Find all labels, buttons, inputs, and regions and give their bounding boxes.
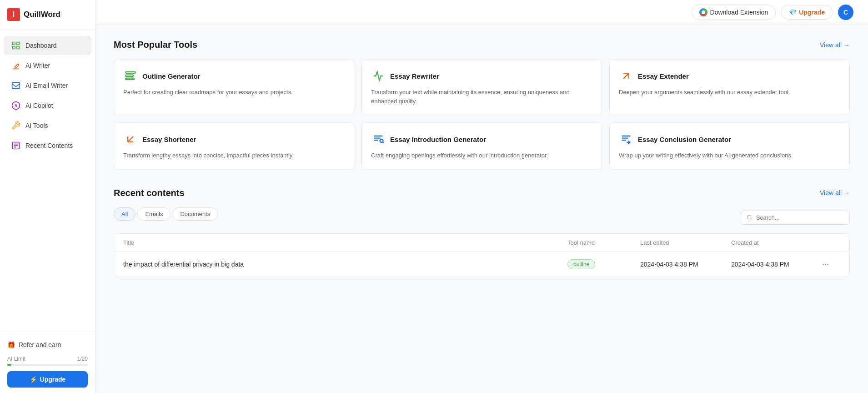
- tool-card-essay-conclusion-generator[interactable]: Essay Conclusion Generator Wrap up your …: [609, 122, 850, 170]
- ai-limit-value: 1/20: [77, 356, 88, 362]
- sidebar-upgrade-button[interactable]: ⚡ Upgrade: [7, 371, 88, 388]
- essay-intro-generator-icon: [371, 132, 386, 146]
- col-title: Title: [123, 239, 567, 246]
- most-popular-tools-view-all[interactable]: View all →: [820, 41, 850, 49]
- download-extension-button[interactable]: Download Extension: [692, 5, 776, 20]
- header-upgrade-button[interactable]: 💎 Upgrade: [781, 5, 833, 20]
- sidebar-item-ai-email-writer-label: AI Email Writer: [25, 82, 68, 89]
- header: Download Extension 💎 Upgrade C: [95, 0, 868, 25]
- sidebar-item-dashboard[interactable]: Dashboard: [4, 36, 91, 55]
- recent-contents-title: Recent contents: [114, 188, 185, 198]
- sidebar-item-ai-tools-label: AI Tools: [25, 122, 48, 129]
- sidebar-item-recent-contents-label: Recent Contents: [25, 142, 73, 149]
- sidebar-item-ai-copilot[interactable]: AI Copilot: [4, 96, 91, 115]
- sidebar-item-ai-email-writer[interactable]: AI Email Writer: [4, 76, 91, 95]
- sidebar-nav: Dashboard AI Writer AI Email Writer AI C…: [0, 30, 95, 332]
- filter-tab-documents[interactable]: Documents: [172, 207, 218, 221]
- recent-contents-table: Title Tool name Last edited Created at t…: [114, 233, 850, 277]
- svg-rect-8: [126, 72, 135, 74]
- row-tool-name: outline: [567, 259, 640, 269]
- search-icon: [747, 214, 753, 221]
- ai-copilot-icon: [11, 101, 21, 111]
- tool-card-essay-shortener[interactable]: Essay Shortener Transform lengthy essays…: [114, 122, 354, 170]
- filter-tabs: All Emails Documents: [114, 207, 218, 221]
- search-input[interactable]: [756, 214, 844, 221]
- page-content: Most Popular Tools View all → Outline Ge…: [95, 25, 868, 292]
- user-initial: C: [843, 9, 848, 16]
- most-popular-tools-header: Most Popular Tools View all →: [114, 40, 850, 50]
- tool-card-essay-conclusion-generator-header: Essay Conclusion Generator: [619, 132, 840, 146]
- tool-card-essay-rewriter-header: Essay Rewriter: [371, 69, 592, 83]
- sidebar: I QuillWord Dashboard AI Writer AI Email…: [0, 0, 95, 393]
- ai-limit-row: AI Limit 1/20: [7, 356, 88, 362]
- svg-point-6: [15, 105, 17, 107]
- main-content: Download Extension 💎 Upgrade C Most Popu…: [95, 0, 868, 393]
- essay-conclusion-generator-title: Essay Conclusion Generator: [638, 136, 731, 143]
- chrome-icon: [699, 8, 707, 16]
- col-actions: [822, 239, 840, 246]
- view-all-label: View all: [820, 41, 842, 49]
- svg-rect-2: [13, 46, 15, 49]
- ai-limit-progress-bar: [7, 364, 88, 366]
- svg-rect-10: [126, 78, 135, 80]
- row-last-edited: 2024-04-03 4:38 PM: [640, 261, 731, 268]
- view-all-arrow-icon: →: [843, 41, 850, 49]
- ai-limit-label: AI Limit: [7, 356, 25, 362]
- tool-card-essay-extender[interactable]: Essay Extender Deepen your arguments sea…: [609, 59, 850, 115]
- essay-extender-icon: [619, 69, 633, 83]
- recent-contents-header: Recent contents View all →: [114, 188, 850, 198]
- sidebar-item-ai-writer-label: AI Writer: [25, 62, 50, 69]
- logo[interactable]: I QuillWord: [0, 0, 95, 30]
- ai-writer-icon: [11, 60, 21, 71]
- svg-point-12: [748, 215, 751, 219]
- sidebar-item-ai-copilot-label: AI Copilot: [25, 102, 53, 109]
- sidebar-bottom: 🎁 Refer and earn AI Limit 1/20 ⚡ Upgrade: [0, 332, 95, 393]
- essay-rewriter-title: Essay Rewriter: [390, 72, 439, 80]
- svg-rect-9: [126, 75, 133, 77]
- sidebar-item-ai-tools[interactable]: AI Tools: [4, 116, 91, 135]
- recent-view-all-arrow-icon: →: [843, 189, 850, 196]
- download-extension-label: Download Extension: [710, 9, 768, 16]
- essay-shortener-icon: [123, 132, 138, 146]
- outline-generator-icon: [123, 69, 138, 83]
- tool-card-essay-extender-header: Essay Extender: [619, 69, 840, 83]
- tools-grid: Outline Generator Perfect for creating c…: [114, 59, 850, 170]
- essay-shortener-desc: Transform lengthy essays into concise, i…: [123, 151, 345, 160]
- essay-intro-generator-desc: Craft engaging openings effortlessly wit…: [371, 151, 592, 160]
- user-avatar[interactable]: C: [838, 5, 853, 20]
- essay-conclusion-generator-desc: Wrap up your writing effectively with ou…: [619, 151, 840, 160]
- tool-card-outline-generator[interactable]: Outline Generator Perfect for creating c…: [114, 59, 354, 115]
- ai-tools-icon: [11, 121, 21, 131]
- tool-card-essay-intro-generator-header: Essay Introduction Generator: [371, 132, 592, 146]
- sidebar-item-recent-contents[interactable]: Recent Contents: [4, 136, 91, 155]
- svg-rect-0: [13, 42, 15, 45]
- svg-rect-3: [17, 46, 20, 49]
- row-more-button[interactable]: ···: [822, 259, 840, 269]
- tool-card-essay-intro-generator[interactable]: Essay Introduction Generator Craft engag…: [361, 122, 602, 170]
- dashboard-icon: [11, 40, 21, 50]
- sidebar-item-dashboard-label: Dashboard: [25, 42, 57, 49]
- gift-icon: 🎁: [7, 341, 15, 348]
- outline-generator-title: Outline Generator: [142, 72, 201, 80]
- filter-tab-all[interactable]: All: [114, 207, 135, 221]
- refer-earn-button[interactable]: 🎁 Refer and earn: [7, 338, 88, 352]
- table-row: the impact of differential privacy in bi…: [114, 252, 849, 277]
- row-title: the impact of differential privacy in bi…: [123, 261, 567, 268]
- tool-card-outline-generator-header: Outline Generator: [123, 69, 345, 83]
- tool-card-essay-rewriter[interactable]: Essay Rewriter Transform your text while…: [361, 59, 602, 115]
- search-box: [741, 211, 850, 225]
- essay-intro-generator-title: Essay Introduction Generator: [390, 136, 486, 143]
- svg-rect-4: [12, 82, 20, 88]
- col-last-edited: Last edited: [640, 239, 731, 246]
- sidebar-item-ai-writer[interactable]: AI Writer: [4, 56, 91, 75]
- ai-email-writer-icon: [11, 81, 21, 91]
- row-created-at: 2024-04-03 4:38 PM: [731, 261, 822, 268]
- recent-contents-view-all[interactable]: View all →: [820, 189, 850, 196]
- essay-shortener-title: Essay Shortener: [142, 136, 196, 143]
- essay-rewriter-desc: Transform your text while maintaining it…: [371, 88, 592, 106]
- ai-limit-progress-fill: [7, 364, 11, 366]
- header-upgrade-label: Upgrade: [799, 9, 825, 16]
- filter-tab-emails[interactable]: Emails: [137, 207, 171, 221]
- outline-generator-desc: Perfect for creating clear roadmaps for …: [123, 88, 345, 97]
- most-popular-tools-title: Most Popular Tools: [114, 40, 197, 50]
